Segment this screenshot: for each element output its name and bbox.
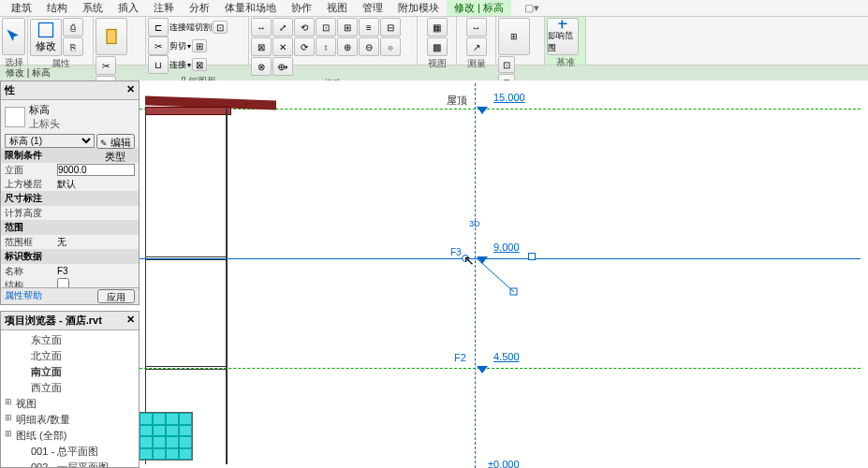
modify-tool[interactable]: ↕ <box>316 37 336 56</box>
view-thumbnail[interactable] <box>140 412 193 461</box>
menu-bar: 建筑 结构 系统 插入 注释 分析 体量和场地 协作 视图 管理 附加模块 修改… <box>0 0 868 17</box>
tree-node[interactable]: 视图 <box>3 396 137 412</box>
slab-element[interactable] <box>145 107 231 115</box>
tree-item[interactable]: 西立面 <box>3 380 137 396</box>
menu-item[interactable]: 管理 <box>355 0 390 16</box>
drawing-canvas[interactable]: 屋顶 15.000 9.000 F3 3D ↖ F2 4.500 ±0.000 <box>140 80 868 468</box>
menu-item-active[interactable]: 修改 | 标高 <box>447 0 511 16</box>
ribbon: 选择 修改 ⎙ ⎘ 属性 ✂ ⎘ 剪贴板 ⊏连接端切割⊡ ✂剪切▾⊞ ⊔连接▾⊠… <box>0 17 868 66</box>
svg-line-4 <box>477 258 514 292</box>
wall-section[interactable] <box>226 109 228 464</box>
create-button[interactable]: ⊞ <box>498 18 530 55</box>
modify-tool[interactable]: ⤢ <box>272 18 293 37</box>
level-value: 4.500 <box>493 351 520 362</box>
group-label: 测量 <box>459 56 493 70</box>
project-browser: 项目浏览器 - 酒店.rvt✕ 东立面 北立面 南立面 西立面 视图 明细表/数… <box>0 311 140 468</box>
floor-element[interactable] <box>145 256 228 260</box>
tree-item[interactable]: 北立面 <box>3 348 137 364</box>
tree-item[interactable]: 001 - 总平面图 <box>3 444 137 460</box>
modify-tool[interactable]: ⟐ <box>380 37 401 56</box>
level-line-f2[interactable] <box>140 368 861 369</box>
menu-item[interactable]: 建筑 <box>4 0 39 16</box>
modify-tool[interactable]: ⊠ <box>251 37 272 56</box>
type-subname: 上标头 <box>29 117 60 131</box>
menu-item[interactable]: 协作 <box>284 0 319 16</box>
prop-button[interactable]: ⎙ <box>63 18 83 37</box>
close-icon[interactable]: ✕ <box>126 83 135 97</box>
modify-tool[interactable]: ⊡ <box>316 18 336 37</box>
modify-tool[interactable]: ⊟ <box>380 18 401 37</box>
cut-geom-button[interactable]: ✂ <box>148 37 169 55</box>
menu-expand-icon[interactable]: ▢▾ <box>517 1 547 15</box>
modify-button[interactable]: 修改 <box>30 19 62 56</box>
label: 剪切 <box>169 40 186 52</box>
marker-3d[interactable]: 3D <box>469 219 480 228</box>
modify-tool[interactable]: ⊕ <box>337 37 358 56</box>
join-button[interactable]: ⊔ <box>148 55 169 74</box>
modify-tool[interactable]: ⊗ <box>251 57 272 76</box>
modify-tool[interactable]: ↔ <box>251 18 272 37</box>
menu-item[interactable]: 视图 <box>319 0 355 16</box>
modify-tool[interactable]: ⊞ <box>337 18 358 37</box>
menu-item[interactable]: 体量和场地 <box>217 0 284 16</box>
level-head-icon[interactable] <box>477 105 488 116</box>
apply-button[interactable]: 应用 <box>97 289 135 303</box>
panel-title: 项目浏览器 - 酒店.rvt✕ <box>1 312 139 330</box>
tree-item[interactable]: 002 - 一层平面图 <box>3 460 137 468</box>
modify-tool[interactable]: ⟴ <box>272 57 293 76</box>
menu-item[interactable]: 附加模块 <box>390 0 447 16</box>
cope-button[interactable]: ⊏ <box>148 18 169 37</box>
type-name: 标高 <box>29 103 60 117</box>
geom-btn[interactable]: ⊡ <box>213 21 228 34</box>
tree-node[interactable]: 图纸 (全部) <box>3 428 137 444</box>
tree-item[interactable]: 东立面 <box>3 332 137 348</box>
tree-node[interactable]: 明细表/数量 <box>3 412 137 428</box>
checkbox-3d[interactable] <box>528 253 536 260</box>
prop-help-link[interactable]: 属性帮助 <box>5 289 42 303</box>
select-button[interactable] <box>2 18 25 55</box>
label: 计算高度 <box>5 207 57 220</box>
properties-panel: 性✕ 标高 上标头 标高 (1) ✎ 编辑类型 限制条件 立面 上方楼层默认 尺… <box>0 80 140 305</box>
value[interactable]: 默认 <box>57 178 135 191</box>
ribbon-group-clipboard: ✂ ⎘ 剪贴板 <box>94 17 146 65</box>
level-name: 屋顶 <box>447 94 467 108</box>
create-button[interactable]: ⊡ <box>498 56 515 73</box>
modify-tool[interactable]: ⟲ <box>294 18 315 37</box>
level-name-f3[interactable]: F3 <box>450 247 462 257</box>
prop-button[interactable]: ⎘ <box>63 37 83 56</box>
elevation-input[interactable] <box>57 164 135 176</box>
ribbon-group-measure: ↔ ↗ 测量 <box>457 17 496 65</box>
menu-item[interactable]: 结构 <box>39 0 75 16</box>
modify-tool[interactable]: ≡ <box>359 18 379 37</box>
measure-button[interactable]: ↔ <box>466 18 487 37</box>
view-button[interactable]: ▦ <box>427 18 448 37</box>
value[interactable]: F3 <box>57 266 135 276</box>
geom-btn[interactable]: ⊞ <box>192 39 207 52</box>
section-dim: 尺寸标注 <box>1 191 139 206</box>
menu-item[interactable]: 系统 <box>75 0 110 16</box>
drag-indicator[interactable] <box>477 258 518 296</box>
tree-item-selected[interactable]: 南立面 <box>3 364 137 380</box>
level-head-icon[interactable] <box>477 364 488 375</box>
level-value: ±0.000 <box>488 459 520 468</box>
menu-item[interactable]: 插入 <box>110 0 146 16</box>
paste-button[interactable] <box>96 18 127 55</box>
modify-tool[interactable]: ✕ <box>272 37 293 56</box>
floor-element[interactable] <box>145 366 228 370</box>
close-icon[interactable]: ✕ <box>126 314 135 328</box>
instance-select[interactable]: 标高 (1) <box>5 134 95 148</box>
label: 连接 <box>169 59 186 71</box>
edit-type-button[interactable]: ✎ 编辑类型 <box>96 134 135 149</box>
menu-item[interactable]: 注释 <box>146 0 182 16</box>
measure-button[interactable]: ↗ <box>466 37 487 56</box>
value[interactable]: 无 <box>57 236 135 249</box>
menu-item[interactable]: 分析 <box>182 0 217 16</box>
propagate-extent-button[interactable]: 影响范围 <box>547 18 579 55</box>
view-button[interactable]: ▩ <box>427 37 448 56</box>
modify-tool[interactable]: ⊖ <box>359 37 379 56</box>
geom-btn[interactable]: ⊠ <box>192 58 207 71</box>
wall-section[interactable] <box>145 109 146 464</box>
cut-button[interactable]: ✂ <box>96 56 116 75</box>
level-value: 9.000 <box>493 241 520 253</box>
modify-tool[interactable]: ⟳ <box>294 37 315 56</box>
